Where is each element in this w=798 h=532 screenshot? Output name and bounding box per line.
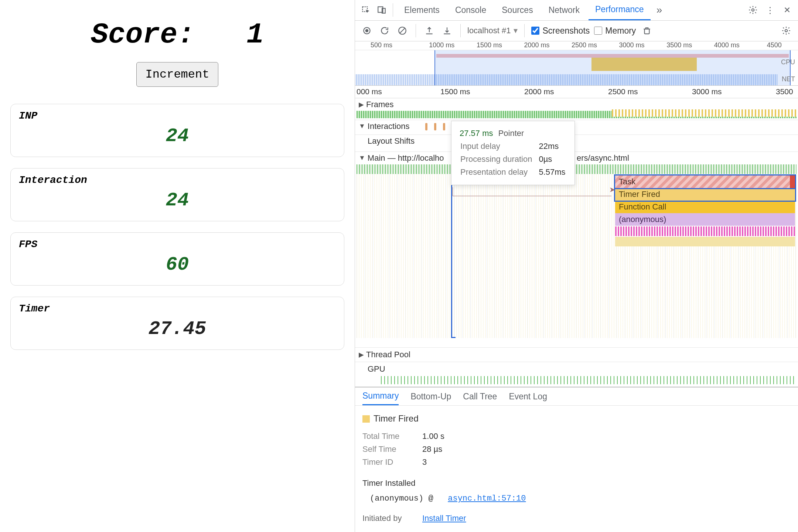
detail-tab-bottom-up[interactable]: Bottom-Up xyxy=(410,392,451,402)
flame-chart[interactable]: ➤ Task Timer Fired Function Call (anonym… xyxy=(357,164,797,338)
overview-ticks: 500 ms 1000 ms 1500 ms 2000 ms 2500 ms 3… xyxy=(355,41,798,50)
main-label-suffix: ers/async.html xyxy=(577,153,629,163)
increment-button[interactable]: Increment xyxy=(136,62,219,87)
svg-point-3 xyxy=(752,9,754,11)
memory-checkbox[interactable]: Memory xyxy=(594,26,636,36)
screenshots-label: Screenshots xyxy=(542,26,590,36)
tab-performance[interactable]: Performance xyxy=(589,0,651,20)
flame-timer[interactable]: Timer Fired xyxy=(615,188,795,201)
flame-composite-band xyxy=(615,237,795,246)
settings-gear-icon[interactable] xyxy=(746,3,760,17)
screenshots-checkbox-input[interactable] xyxy=(531,27,539,35)
detail-initiated-label: Initiated by xyxy=(362,512,418,525)
devtools-tabstrip: Elements Console Sources Network Perform… xyxy=(355,0,798,21)
interaction-markers xyxy=(425,123,445,130)
track-layout-shifts[interactable]: Layout Shifts xyxy=(355,135,798,152)
track-label: GPU xyxy=(368,364,385,374)
detail-installed-frame: (anonymous) @ xyxy=(370,494,433,503)
detail-installed-label: Timer Installed xyxy=(362,477,791,490)
overview-net-label: NET xyxy=(782,75,795,83)
flame-frames-band xyxy=(357,164,797,174)
recording-dropdown-label: localhost #1 xyxy=(467,26,511,35)
selection-marker[interactable] xyxy=(451,164,452,338)
svg-point-5 xyxy=(365,29,369,33)
upload-profile-icon[interactable] xyxy=(423,24,436,37)
flame-raster-band xyxy=(615,226,795,236)
detail-source-link[interactable]: async.html:57:10 xyxy=(448,494,526,503)
flame-anonymous[interactable]: (anonymous) xyxy=(615,213,795,226)
kebab-menu-icon[interactable]: ⋮ xyxy=(763,3,777,17)
flame-function-call[interactable]: Function Call xyxy=(615,201,795,213)
detail-tab-event-log[interactable]: Event Log xyxy=(509,392,547,402)
tab-elements[interactable]: Elements xyxy=(398,0,446,20)
svg-point-7 xyxy=(785,30,788,32)
inspect-icon[interactable] xyxy=(359,3,373,17)
arrow-head-icon: ➤ xyxy=(609,185,615,194)
perf-settings-gear-icon[interactable] xyxy=(780,24,793,37)
tab-sources[interactable]: Sources xyxy=(495,0,539,20)
overview-timeline[interactable]: 500 ms 1000 ms 1500 ms 2000 ms 2500 ms 3… xyxy=(355,41,798,86)
tooltip-kind: Pointer xyxy=(498,129,524,138)
memory-label: Memory xyxy=(605,26,636,36)
overview-cpu-label: CPU xyxy=(781,58,795,66)
metric-label: INP xyxy=(19,110,336,122)
perf-toolbar: localhost #1 Screenshots Memory xyxy=(355,21,798,41)
detail-swatch xyxy=(362,415,370,423)
reload-record-icon[interactable] xyxy=(378,24,391,37)
frames-dropped xyxy=(612,109,797,117)
track-label: Frames xyxy=(366,100,394,109)
main-label-prefix: Main — http://localho xyxy=(368,153,444,163)
detail-tab-summary[interactable]: Summary xyxy=(362,388,399,406)
detail-summary-panel: Timer Fired Total Time1.00 s Self Time28… xyxy=(355,406,798,532)
tooltip-time: 27.57 ms xyxy=(460,129,493,138)
device-toolbar-icon[interactable] xyxy=(375,3,388,17)
collapse-icon[interactable]: ▼ xyxy=(359,122,365,130)
tab-console[interactable]: Console xyxy=(449,0,493,20)
score-value: 1 xyxy=(246,18,264,51)
metric-label: Interaction xyxy=(19,174,336,186)
metric-card-inp: INP 24 xyxy=(10,104,344,157)
track-label: Thread Pool xyxy=(366,350,410,359)
memory-checkbox-input[interactable] xyxy=(594,27,602,35)
collapse-icon[interactable]: ▼ xyxy=(359,154,365,162)
devtools-panel: Elements Console Sources Network Perform… xyxy=(355,0,798,532)
detail-tab-call-tree[interactable]: Call Tree xyxy=(463,392,497,402)
detail-initiated-link[interactable]: Install Timer xyxy=(422,512,466,525)
gc-icon[interactable] xyxy=(640,24,654,37)
close-icon[interactable]: ✕ xyxy=(780,3,794,17)
overview-selection[interactable] xyxy=(434,50,791,85)
metric-value: 24 xyxy=(19,125,336,147)
metric-label: Timer xyxy=(19,303,336,314)
metric-value: 60 xyxy=(19,254,336,276)
detail-tabs: Summary Bottom-Up Call Tree Event Log xyxy=(355,387,798,406)
flame-task[interactable]: Task xyxy=(615,175,795,188)
interaction-tooltip: 27.57 ms Pointer Input delay22ms Process… xyxy=(451,121,575,185)
metric-label: FPS xyxy=(19,239,336,250)
tab-network[interactable]: Network xyxy=(542,0,586,20)
initiator-arrow xyxy=(453,187,611,196)
gpu-band xyxy=(381,376,794,384)
metric-value: 24 xyxy=(19,190,336,211)
download-profile-icon[interactable] xyxy=(440,24,454,37)
recording-dropdown[interactable]: localhost #1 xyxy=(467,26,518,35)
track-frames[interactable]: ▶Frames xyxy=(355,98,798,120)
clear-icon[interactable] xyxy=(396,24,409,37)
flame-stack[interactable]: Task Timer Fired Function Call (anonymou… xyxy=(615,175,795,226)
track-main[interactable]: ▼ Main — http://localho ers/async.html 2… xyxy=(355,152,798,348)
track-label: Layout Shifts xyxy=(368,136,415,146)
demo-page: Score: 1 Increment INP 24 Interaction 24… xyxy=(0,0,355,532)
track-gpu[interactable]: GPU xyxy=(355,362,798,387)
expand-icon[interactable]: ▶ xyxy=(359,351,364,359)
screenshots-checkbox[interactable]: Screenshots xyxy=(531,26,590,36)
score-label: Score: xyxy=(91,18,195,51)
record-icon[interactable] xyxy=(360,24,374,37)
more-tabs-icon[interactable]: » xyxy=(653,4,666,16)
track-interactions[interactable]: ▼Interactions xyxy=(355,120,798,135)
track-thread-pool[interactable]: ▶Thread Pool xyxy=(355,348,798,362)
detail-title: Timer Fired xyxy=(374,412,419,426)
expand-icon[interactable]: ▶ xyxy=(359,100,364,109)
score-heading: Score: 1 xyxy=(10,18,344,51)
detail-ruler[interactable]: 000 ms 1500 ms 2000 ms 2500 ms 3000 ms 3… xyxy=(355,86,798,98)
metric-card-timer: Timer 27.45 xyxy=(10,297,344,350)
metric-card-interaction: Interaction 24 xyxy=(10,168,344,221)
